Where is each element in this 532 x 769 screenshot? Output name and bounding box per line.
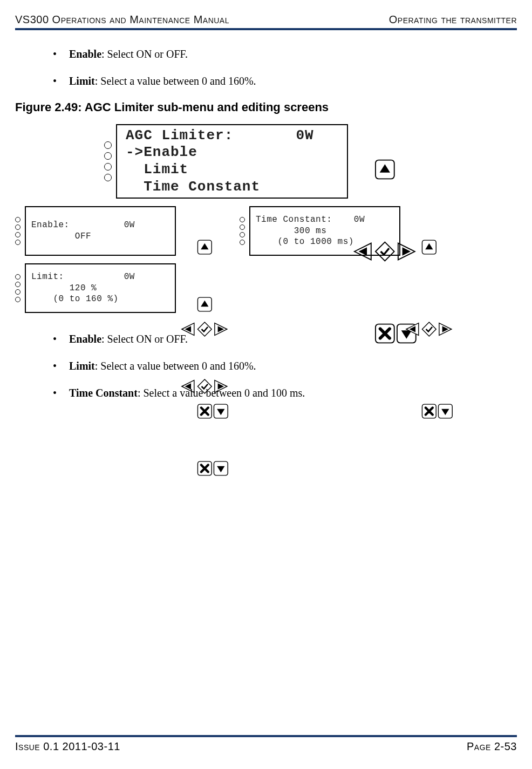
screen-limit: Limit: 0W 120 % (0 to 160 %) bbox=[15, 263, 229, 313]
screen-main: AGC Limiter: 0W ->Enable Limit Time Cons… bbox=[104, 124, 417, 199]
led-icon bbox=[15, 240, 21, 245]
nav-down-button[interactable] bbox=[213, 428, 229, 509]
nav-right-button[interactable] bbox=[438, 289, 453, 370]
header-right: Operating the transmitter bbox=[389, 13, 517, 26]
nav-pad bbox=[352, 129, 417, 194]
led-icon bbox=[15, 232, 21, 237]
led-icon bbox=[104, 174, 112, 181]
screen-enable: Enable: 0W OFF bbox=[15, 206, 229, 256]
page-header: VS300 Operations and Maintenance Manual … bbox=[15, 13, 517, 28]
lcd-display: Time Constant: 0W 300 ms (0 to 1000 ms) bbox=[249, 206, 400, 256]
nav-cancel-button[interactable] bbox=[197, 428, 213, 509]
bullet-limit-top: • Limit: Select a value between 0 and 16… bbox=[53, 73, 506, 89]
bullet-enable-top: • Enable: Select ON or OFF. bbox=[53, 46, 506, 62]
led-icon bbox=[15, 282, 21, 287]
screen-time-constant: Time Constant: 0W 300 ms (0 to 1000 ms) bbox=[240, 206, 453, 256]
led-column bbox=[15, 274, 21, 302]
led-icon bbox=[104, 152, 112, 160]
led-icon bbox=[240, 232, 245, 237]
led-column bbox=[15, 217, 21, 245]
footer-left: Issue 0.1 2011-03-11 bbox=[15, 740, 120, 753]
header-left: VS300 Operations and Maintenance Manual bbox=[15, 13, 229, 26]
nav-ok-button[interactable] bbox=[421, 289, 437, 370]
led-column bbox=[240, 217, 245, 245]
led-icon bbox=[104, 141, 112, 149]
lcd-display: AGC Limiter: 0W ->Enable Limit Time Cons… bbox=[116, 124, 348, 199]
nav-left-button[interactable] bbox=[405, 289, 420, 370]
led-icon bbox=[15, 274, 21, 280]
nav-up-button[interactable] bbox=[421, 207, 437, 288]
led-icon bbox=[104, 163, 112, 171]
footer-right: Page 2-53 bbox=[467, 740, 517, 753]
led-icon bbox=[15, 217, 21, 222]
led-icon bbox=[240, 240, 245, 245]
nav-pad bbox=[180, 207, 229, 255]
led-icon bbox=[15, 297, 21, 302]
led-icon bbox=[240, 217, 245, 222]
nav-cancel-button[interactable] bbox=[374, 293, 395, 374]
led-icon bbox=[15, 224, 21, 230]
nav-up-button[interactable] bbox=[374, 129, 395, 210]
nav-down-button[interactable] bbox=[438, 371, 453, 452]
led-icon bbox=[15, 289, 21, 295]
nav-up-button[interactable] bbox=[197, 264, 213, 345]
lcd-display: Limit: 0W 120 % (0 to 160 %) bbox=[25, 263, 176, 313]
footer-rule bbox=[15, 735, 517, 737]
nav-pad bbox=[180, 264, 229, 312]
led-column bbox=[104, 141, 112, 181]
led-icon bbox=[240, 224, 245, 230]
nav-pad bbox=[405, 207, 453, 255]
lcd-display: Enable: 0W OFF bbox=[25, 206, 176, 256]
nav-cancel-button[interactable] bbox=[421, 371, 437, 452]
figure-screens: AGC Limiter: 0W ->Enable Limit Time Cons… bbox=[15, 124, 506, 313]
header-rule bbox=[15, 28, 517, 30]
figure-title: Figure 2.49: AGC Limiter sub-menu and ed… bbox=[15, 100, 506, 114]
page-footer: Issue 0.1 2011-03-11 Page 2-53 bbox=[15, 735, 517, 753]
